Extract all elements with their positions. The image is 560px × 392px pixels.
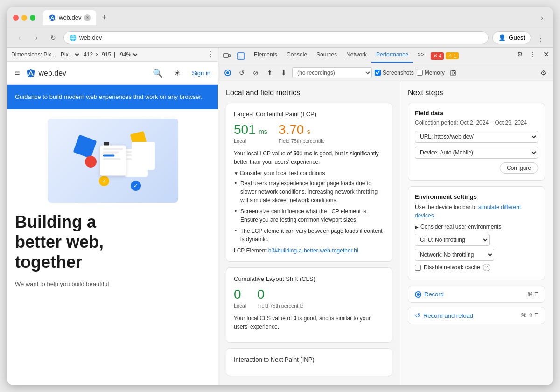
metrics-section-title: Local and field metrics	[226, 89, 392, 97]
tab-console[interactable]: Console	[282, 48, 312, 63]
signin-link[interactable]: Sign in	[192, 70, 210, 77]
svg-rect-1	[229, 55, 230, 57]
address-bar-row: ‹ › ↻ 🌐 web.dev 👤 Guest ⋮	[7, 28, 553, 48]
memory-checkbox[interactable]	[417, 70, 423, 76]
tab-sources[interactable]: Sources	[312, 48, 342, 63]
cls-local-value: 0 Local	[234, 287, 246, 308]
device-select[interactable]: Pix...	[59, 51, 81, 58]
zoom-select[interactable]: 94%	[118, 51, 139, 58]
device-select[interactable]: Device: Auto (Mobile)	[415, 147, 538, 159]
back-button[interactable]: ‹	[13, 31, 26, 44]
clear-button[interactable]: ⊘	[250, 67, 261, 78]
article-content: ✓ ✓ Buildi	[7, 109, 218, 298]
device-toolbar-icon[interactable]	[220, 49, 233, 63]
close-button[interactable]	[13, 15, 19, 21]
minimize-button[interactable]	[21, 15, 27, 21]
record-reload-action-button[interactable]: ↺ Record and reload ⌘ ⇧ E	[408, 307, 545, 324]
cpu-select[interactable]: CPU: No throttling	[415, 234, 490, 246]
cls-field-number: 0	[257, 287, 265, 301]
browser-chevron[interactable]: ›	[537, 14, 547, 21]
shape-4	[132, 142, 155, 170]
cls-local-label: Local	[234, 303, 246, 308]
configure-button[interactable]: Configure	[500, 162, 538, 174]
dim-width: 412	[84, 51, 93, 58]
cls-field-label: Field 75th percentile	[257, 303, 303, 308]
disable-cache-checkbox[interactable]	[415, 265, 421, 271]
env-title: Environment settings	[415, 193, 538, 200]
url-select[interactable]: URL: https://web.dev/	[415, 131, 538, 143]
help-icon[interactable]: ?	[483, 264, 490, 271]
memory-checkbox-label[interactable]: Memory	[417, 70, 445, 76]
profile-icon: 👤	[498, 34, 506, 41]
website-preview: Dimensions: Pix... Pix... 412 × 915 | 94…	[7, 48, 218, 385]
browser-menu-button[interactable]: ⋮	[535, 33, 547, 43]
tab-favicon	[49, 14, 56, 21]
configure-btn-wrapper: Configure	[415, 162, 538, 174]
hamburger-icon[interactable]: ≡	[15, 68, 20, 78]
maximize-button[interactable]	[30, 15, 35, 21]
lcp-title: Largest Contentful Paint (LCP)	[234, 111, 385, 118]
recording-select[interactable]: (no recordings)	[292, 67, 372, 78]
reload-button[interactable]: ↻	[47, 31, 60, 44]
more-options-icon[interactable]: ⋮	[207, 50, 214, 59]
forward-button[interactable]: ›	[30, 31, 43, 44]
perf-settings-icon[interactable]: ⚙	[538, 67, 549, 78]
record-action-button[interactable]: Record ⌘ E	[408, 286, 545, 303]
devtools-more-icon[interactable]: ⋮	[526, 48, 539, 61]
active-tab[interactable]: web.dev ×	[43, 10, 96, 25]
cls-field-value: 0 Field 75th percentile	[257, 287, 303, 308]
lcp-local-number: 501	[234, 122, 256, 137]
network-select[interactable]: Network: No throttling	[415, 249, 494, 261]
traffic-lights	[13, 15, 35, 21]
document-shape	[100, 145, 126, 175]
elements-toggle-icon[interactable]	[234, 49, 247, 63]
hero-illustration: ✓ ✓	[48, 119, 178, 203]
check-badge: ✓	[99, 176, 109, 186]
main-content: Dimensions: Pix... Pix... 412 × 915 | 94…	[7, 48, 553, 385]
settings-icon[interactable]: ⚙	[513, 48, 526, 61]
record-button[interactable]	[222, 67, 233, 78]
cls-description: Your local CLS value of 0 is good, and i…	[234, 314, 385, 331]
perf-capture-icon[interactable]	[448, 67, 459, 78]
screenshots-checkbox[interactable]	[375, 70, 381, 76]
disable-cache-label: Disable network cache	[424, 264, 480, 271]
record-reload-label: Record and reload	[423, 312, 473, 319]
cls-title: Cumulative Layout Shift (CLS)	[234, 275, 385, 282]
download-button[interactable]: ⬇	[278, 67, 289, 78]
tab-bar: web.dev × +	[43, 10, 533, 25]
metrics-section: Local and field metrics Largest Contentf…	[218, 81, 400, 385]
reload-record-button[interactable]: ↺	[236, 67, 247, 78]
device-field-row: Device: Auto (Mobile)	[415, 147, 538, 159]
field-data-subtitle: Collection period: Oct 2, 2024 – Oct 29,…	[415, 119, 538, 126]
close-devtools-icon[interactable]: ✕	[539, 48, 553, 61]
theme-toggle-icon[interactable]: ☀	[174, 69, 181, 77]
upload-button[interactable]: ⬆	[264, 67, 275, 78]
inp-title: Interaction to Next Paint (INP)	[234, 356, 385, 363]
record-circle	[224, 70, 231, 76]
dim-x: ×	[96, 51, 99, 58]
devtools-panel: Elements Console Sources Network Perform…	[218, 48, 553, 385]
search-icon[interactable]: 🔍	[153, 68, 163, 78]
dimensions-bar: Dimensions: Pix... Pix... 412 × 915 | 94…	[7, 48, 218, 62]
tab-network[interactable]: Network	[342, 48, 371, 63]
tab-more[interactable]: >>	[413, 48, 429, 63]
real-user-collapsible[interactable]: Consider real user environments	[415, 224, 538, 230]
devtools-tabs-row: Elements Console Sources Network Perform…	[218, 48, 553, 64]
red-circle	[85, 156, 97, 168]
record-label: Record	[424, 291, 444, 298]
profile-button[interactable]: 👤 Guest	[492, 31, 531, 44]
new-tab-button[interactable]: +	[98, 13, 111, 22]
lcp-field-unit: s	[307, 128, 310, 135]
lcp-description: Your local LCP value of 501 ms is good, …	[234, 149, 385, 166]
lcp-collapsible[interactable]: Consider your local test conditions	[234, 170, 385, 176]
tab-performance[interactable]: Performance	[371, 48, 413, 63]
dim-height: 915	[102, 51, 111, 58]
webdev-header: ≡ web.dev 🔍 ☀ Sign in	[7, 62, 218, 85]
tab-elements[interactable]: Elements	[249, 48, 282, 63]
screenshots-checkbox-label[interactable]: Screenshots	[375, 70, 414, 76]
lcp-element-link[interactable]: h3#building-a-better-web-together.hi	[268, 247, 358, 254]
record-btn-left: Record	[415, 291, 444, 298]
hero-text: Guidance to build modern web experiences…	[15, 93, 203, 100]
address-bar[interactable]: 🌐 web.dev	[63, 31, 489, 44]
tab-close-button[interactable]: ×	[84, 14, 91, 21]
